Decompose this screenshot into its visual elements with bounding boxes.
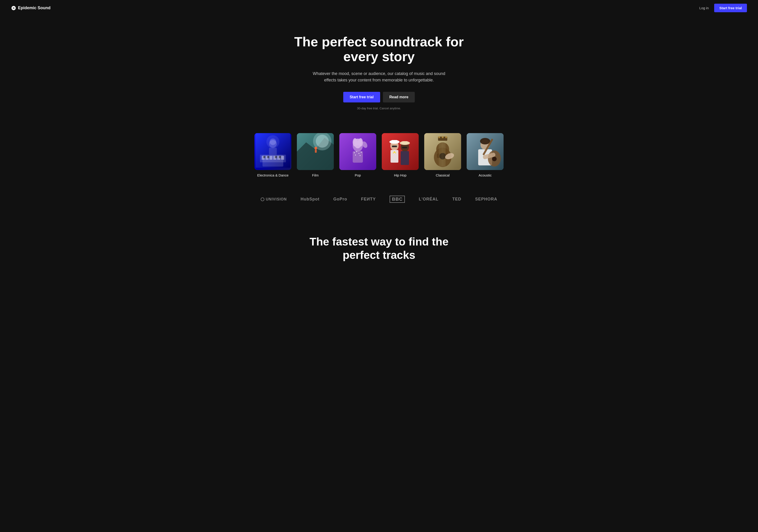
genre-image-film <box>297 133 334 170</box>
svg-point-15 <box>270 139 276 145</box>
svg-rect-5 <box>273 156 276 160</box>
svg-rect-21 <box>315 150 317 153</box>
genre-card-film[interactable]: Film <box>297 133 334 177</box>
brand-bbc: BBC <box>390 195 405 203</box>
genre-label-hiphop: Hip Hop <box>394 173 406 177</box>
hero-section: The perfect soundtrack for every story W… <box>0 16 758 124</box>
genre-label-acoustic: Acoustic <box>479 173 492 177</box>
navbar: Epidemic Sound Log in Start free trial <box>0 0 758 16</box>
svg-point-72 <box>492 157 497 161</box>
svg-point-63 <box>442 136 444 138</box>
login-button[interactable]: Log in <box>700 6 709 10</box>
svg-rect-46 <box>402 147 407 148</box>
logo-link[interactable]: Epidemic Sound <box>11 6 51 11</box>
svg-point-35 <box>358 138 363 147</box>
brand-fenty: FEИTY <box>361 197 376 202</box>
brand-ted: TED <box>452 197 461 202</box>
genre-label-pop: Pop <box>355 173 361 177</box>
genre-image-hiphop <box>382 133 419 170</box>
logo-icon <box>11 6 16 11</box>
svg-point-64 <box>445 136 447 138</box>
svg-point-19 <box>316 135 329 148</box>
hero-buttons: Start free trial Read more <box>6 92 752 102</box>
svg-rect-36 <box>382 133 419 170</box>
genre-image-electronica <box>255 133 291 170</box>
svg-point-49 <box>395 153 396 154</box>
genre-image-classical <box>424 133 461 170</box>
svg-point-25 <box>354 152 355 153</box>
genre-card-hiphop[interactable]: Hip Hop <box>382 133 419 177</box>
nav-trial-button[interactable]: Start free trial <box>714 4 747 12</box>
svg-point-62 <box>438 136 440 138</box>
svg-rect-1 <box>260 155 286 162</box>
logo-text: Epidemic Sound <box>18 6 51 10</box>
svg-rect-43 <box>401 151 409 165</box>
svg-rect-41 <box>392 146 397 147</box>
svg-point-30 <box>360 155 361 156</box>
svg-rect-6 <box>277 156 280 160</box>
svg-rect-40 <box>392 140 397 143</box>
brands-track: UNIVISION HubSpot GoPro FEИTY BBC L'ORÉA… <box>0 195 758 203</box>
hero-trial-button[interactable]: Start free trial <box>343 92 380 102</box>
genre-label-classical: Classical <box>436 173 450 177</box>
svg-point-20 <box>314 147 317 150</box>
svg-point-28 <box>361 152 362 153</box>
brand-sephora: SEPHORA <box>475 197 497 202</box>
brand-gopro: GoPro <box>333 197 347 202</box>
svg-rect-13 <box>269 148 277 155</box>
svg-point-34 <box>353 138 357 147</box>
svg-rect-8 <box>263 156 265 158</box>
svg-point-29 <box>355 155 356 156</box>
brand-loreal: L'ORÉAL <box>419 197 438 202</box>
brands-section: UNIVISION HubSpot GoPro FEИTY BBC L'ORÉA… <box>0 191 758 217</box>
hero-subtitle: Whatever the mood, scene or audience, ou… <box>307 70 451 84</box>
hero-read-more-button[interactable]: Read more <box>383 92 415 102</box>
genre-label-film: Film <box>312 173 319 177</box>
svg-point-27 <box>359 153 360 154</box>
genre-card-classical[interactable]: Classical <box>424 133 461 177</box>
hero-note: 30-day free trial. Cancel anytime. <box>6 107 752 110</box>
svg-rect-7 <box>281 156 284 160</box>
svg-point-26 <box>356 151 357 152</box>
genres-grid: Electronica & Dance <box>11 133 747 177</box>
svg-rect-9 <box>267 156 269 158</box>
genre-image-acoustic <box>467 133 503 170</box>
svg-rect-45 <box>402 141 408 144</box>
svg-point-69 <box>480 138 490 144</box>
svg-point-47 <box>394 151 395 153</box>
svg-rect-11 <box>279 156 281 158</box>
nav-right: Log in Start free trial <box>700 4 747 12</box>
genre-card-pop[interactable]: Pop <box>339 133 376 177</box>
genre-label-electronica: Electronica & Dance <box>257 173 289 177</box>
svg-rect-10 <box>275 156 277 158</box>
genre-card-electronica[interactable]: Electronica & Dance <box>255 133 291 177</box>
hero-title: The perfect soundtrack for every story <box>275 34 483 64</box>
brand-hubspot: HubSpot <box>300 197 320 202</box>
brand-univision: UNIVISION <box>261 197 287 201</box>
genre-image-pop <box>339 133 376 170</box>
genre-card-acoustic[interactable]: Acoustic <box>467 133 503 177</box>
bottom-title: The fastest way to find the perfect trac… <box>298 235 460 262</box>
svg-point-48 <box>393 153 394 154</box>
svg-rect-2 <box>261 156 264 160</box>
genres-section: Electronica & Dance <box>0 124 758 191</box>
bottom-section: The fastest way to find the perfect trac… <box>0 217 758 275</box>
svg-rect-3 <box>265 156 268 160</box>
svg-rect-4 <box>269 156 272 160</box>
